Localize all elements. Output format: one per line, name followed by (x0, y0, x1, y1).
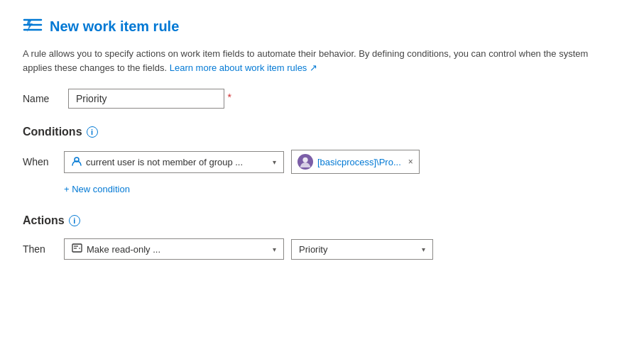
svg-rect-7 (72, 244, 82, 252)
actions-section: Actions i Then Make read-only ... ▾ (23, 214, 594, 260)
when-label: When (23, 156, 57, 167)
field-dropdown-value: Priority (299, 244, 327, 255)
condition-dropdown-text: current user is not member of group ... (72, 156, 243, 168)
actions-title: Actions (23, 214, 65, 227)
user-icon (72, 156, 82, 168)
group-tag-close-button[interactable]: × (408, 157, 413, 167)
conditions-title: Conditions (23, 126, 82, 138)
actions-info-icon[interactable]: i (69, 215, 80, 226)
action-dropdown[interactable]: Make read-only ... ▾ (64, 238, 284, 260)
required-star: * (228, 92, 231, 103)
add-condition-label: + New condition (64, 184, 130, 194)
condition-row: When current user is not member of group… (23, 150, 594, 174)
condition-dropdown[interactable]: current user is not member of group ... … (64, 151, 284, 173)
rule-icon (23, 17, 43, 35)
action-dropdown-text: Make read-only ... (72, 243, 160, 255)
page-title: New work item rule (50, 18, 179, 35)
conditions-section: Conditions i When current user is not me… (23, 126, 594, 194)
conditions-info-icon[interactable]: i (87, 126, 98, 138)
action-dropdown-value: Make read-only ... (87, 244, 160, 255)
name-label: Name (23, 93, 57, 104)
add-condition-button[interactable]: + New condition (64, 184, 594, 194)
condition-dropdown-chevron: ▾ (273, 158, 276, 166)
page-header: New work item rule (23, 17, 594, 35)
group-tag: [basicprocess]\Pro... × (291, 150, 420, 174)
conditions-header: Conditions i (23, 126, 594, 138)
action-row: Then Make read-only ... ▾ Priority ▾ (23, 238, 594, 260)
condition-dropdown-value: current user is not member of group ... (86, 157, 243, 167)
readonly-icon (72, 243, 82, 255)
description-text: A rule allows you to specify actions on … (23, 47, 594, 75)
name-input[interactable] (68, 89, 224, 109)
group-tag-text: [basicprocess]\Pro... (317, 157, 401, 167)
actions-header: Actions i (23, 214, 594, 227)
group-avatar (297, 154, 313, 170)
name-field-row: Name * (23, 89, 594, 109)
field-dropdown-chevron: ▾ (422, 246, 425, 253)
svg-point-6 (302, 158, 307, 162)
learn-more-link[interactable]: Learn more about work item rules ↗ (170, 62, 317, 73)
field-dropdown[interactable]: Priority ▾ (291, 239, 433, 260)
name-input-wrapper: * (68, 89, 224, 109)
action-dropdown-chevron: ▾ (273, 246, 276, 253)
then-label: Then (23, 243, 57, 255)
